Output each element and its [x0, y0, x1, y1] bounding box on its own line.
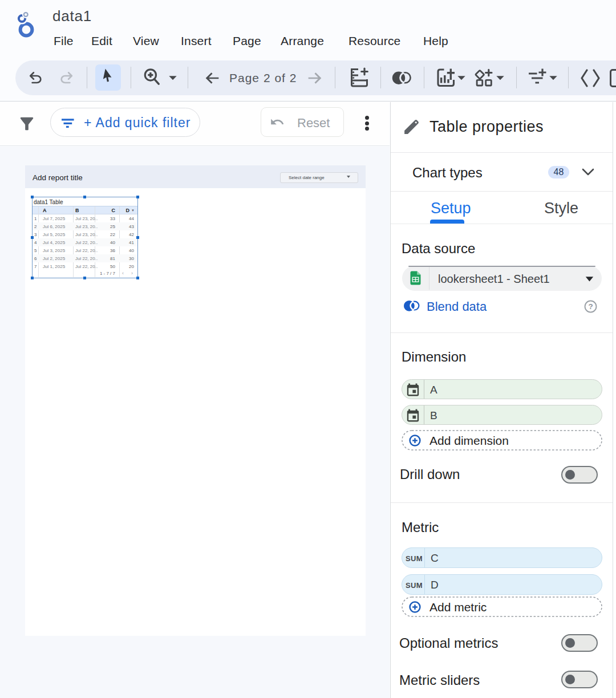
svg-text:?: ?	[588, 302, 593, 311]
